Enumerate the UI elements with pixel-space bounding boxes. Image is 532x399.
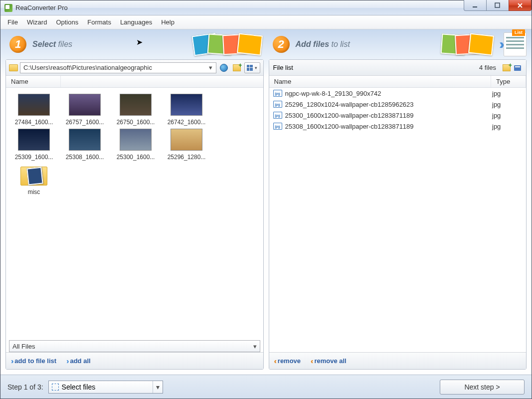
step-dropdown-arrow: ▾	[153, 381, 160, 393]
file-name: 25296_1280x1024-wallpaper-cb1285962623	[285, 101, 493, 108]
thumbnail-label: 25308_1600...	[61, 154, 109, 161]
thumbnail-item[interactable]: 26757_1600...	[61, 94, 109, 126]
menu-languages[interactable]: Languages	[116, 16, 156, 28]
panel1-title: Select files	[32, 40, 72, 49]
thumbnail-image	[171, 94, 202, 116]
jpg-icon: jpg	[273, 90, 282, 97]
path-text: C:\Users\reasoft\Pictures\nationalgeogra…	[23, 64, 207, 71]
file-type: jpg	[492, 101, 522, 108]
file-name: ngpc-wp-wk-8-1_29130_990x742	[285, 90, 493, 97]
col-name[interactable]: Name	[6, 76, 61, 87]
panel2-art: ›› List	[436, 29, 527, 59]
folder-item[interactable]: misc	[10, 164, 58, 196]
thumbnail-item[interactable]: 25300_1600...	[112, 129, 160, 161]
arrows-icon: ››	[499, 36, 501, 52]
thumbnail-item[interactable]: 26750_1600...	[112, 94, 160, 126]
next-step-button[interactable]: Next step >	[440, 380, 525, 395]
add-all-label: add all	[70, 357, 90, 365]
panel2-title-bold: Add files	[296, 40, 330, 48]
file-name: 25300_1600x1200-wallpaper-cb1283871189	[285, 112, 493, 119]
file-row[interactable]: jpg25308_1600x1200-wallpaper-cb128387118…	[269, 121, 527, 132]
thumbnail-item[interactable]: 25308_1600...	[61, 129, 109, 161]
step1-badge: 1	[9, 36, 26, 53]
chevron-right-icon: ››	[11, 357, 11, 365]
menu-file[interactable]: File	[3, 16, 22, 28]
refresh-button[interactable]	[218, 62, 229, 73]
add-to-list-label: add to file list	[14, 357, 56, 365]
photo-stack-icon	[184, 30, 264, 58]
panel2-footer: ‹‹ remove ‹‹ remove all	[269, 352, 527, 369]
path-combo[interactable]: C:\Users\reasoft\Pictures\nationalgeogra…	[20, 62, 216, 73]
next-step-label: Next step >	[464, 383, 500, 391]
new-folder-button[interactable]	[231, 62, 242, 73]
menu-wizard[interactable]: Wizard	[23, 16, 51, 28]
jpg-icon: jpg	[273, 123, 282, 130]
filelist-toolbar: File list 4 files	[269, 60, 527, 76]
remove-label: remove	[278, 357, 301, 365]
thumbnail-item[interactable]: 25309_1600...	[10, 129, 58, 161]
file-type: jpg	[492, 112, 522, 119]
filelist-header: File list	[273, 64, 293, 71]
minimize-button[interactable]	[464, 0, 487, 11]
browser-toolbar: C:\Users\reasoft\Pictures\nationalgeogra…	[6, 60, 263, 76]
thumbnail-item[interactable]: 26742_1600...	[163, 94, 210, 126]
panel1-body: C:\Users\reasoft\Pictures\nationalgeogra…	[5, 59, 264, 370]
col-name[interactable]: Name	[269, 76, 492, 87]
maximize-button[interactable]	[486, 0, 509, 11]
thumbs-container: 27484_1600...26757_1600...26750_1600...2…	[10, 94, 259, 196]
browse-area[interactable]: 27484_1600...26757_1600...26750_1600...2…	[6, 88, 263, 340]
path-dropdown-arrow[interactable]: ▾	[207, 64, 215, 71]
menu-options[interactable]: Options	[52, 16, 82, 28]
thumbnail-label: 26757_1600...	[61, 119, 109, 126]
panel2-header: 2 Add files to list ›› List	[269, 29, 527, 59]
jpg-icon: jpg	[273, 112, 282, 119]
add-all-button[interactable]: ›› add all	[66, 357, 91, 365]
thumbnail-image	[120, 94, 152, 116]
thumbnail-label: 25300_1600...	[112, 154, 160, 161]
file-row[interactable]: jpgngpc-wp-wk-8-1_29130_990x742jpg	[269, 88, 527, 99]
titlebar[interactable]: ReaConverter Pro	[0, 0, 532, 15]
menu-help[interactable]: Help	[157, 16, 178, 28]
filelist-column-header: Name Type	[269, 76, 527, 88]
thumbnail-item[interactable]: 25296_1280...	[163, 129, 210, 161]
remove-button[interactable]: ‹‹ remove	[274, 357, 301, 365]
window-controls	[464, 0, 532, 15]
panel1-header: 1 Select files ➤	[5, 29, 264, 59]
list-tab-label: List	[512, 29, 525, 36]
col-type[interactable]: Type	[491, 76, 526, 87]
file-type: jpg	[492, 90, 522, 97]
panel2-title: Add files to list	[296, 40, 350, 49]
chevron-left-icon: ‹‹	[274, 357, 275, 365]
step-combo[interactable]: Select files ▾	[48, 381, 163, 394]
thumbnail-image	[171, 129, 202, 151]
add-to-list-button[interactable]: ›› add to file list	[11, 357, 56, 365]
save-list-button[interactable]	[502, 63, 511, 72]
globe-icon	[220, 64, 228, 72]
menu-formats[interactable]: Formats	[83, 16, 115, 28]
close-button[interactable]	[509, 0, 532, 11]
file-row[interactable]: jpg25300_1600x1200-wallpaper-cb128387118…	[269, 110, 527, 121]
load-list-button[interactable]	[513, 63, 522, 72]
panels: 1 Select files ➤	[5, 29, 527, 370]
view-mode-button[interactable]: ▾	[244, 62, 260, 73]
panel1-title-bold: Select	[32, 40, 56, 48]
thumbnail-label: 25309_1600...	[10, 154, 58, 161]
remove-all-button[interactable]: ‹‹ remove all	[311, 357, 347, 365]
file-type: jpg	[492, 123, 522, 130]
file-count: 4 files	[479, 64, 496, 71]
thumbnail-label: 26742_1600...	[163, 119, 210, 126]
select-icon	[52, 384, 59, 391]
svg-rect-1	[495, 3, 500, 7]
view-dropdown-arrow: ▾	[255, 65, 257, 70]
panel-add-files: 2 Add files to list ›› List	[269, 29, 527, 370]
panel2-title-light: to list	[332, 40, 350, 48]
svg-rect-3	[515, 66, 520, 67]
filter-dropdown-arrow: ▾	[253, 343, 257, 350]
main-area: 1 Select files ➤	[0, 29, 532, 375]
file-list[interactable]: jpgngpc-wp-wk-8-1_29130_990x742jpgjpg252…	[269, 88, 527, 352]
file-filter-combo[interactable]: All Files ▾	[9, 340, 260, 352]
file-row[interactable]: jpg25296_1280x1024-wallpaper-cb128596262…	[269, 99, 527, 110]
jpg-icon: jpg	[273, 101, 282, 108]
thumbnail-image	[18, 129, 50, 151]
thumbnail-item[interactable]: 27484_1600...	[10, 94, 58, 126]
